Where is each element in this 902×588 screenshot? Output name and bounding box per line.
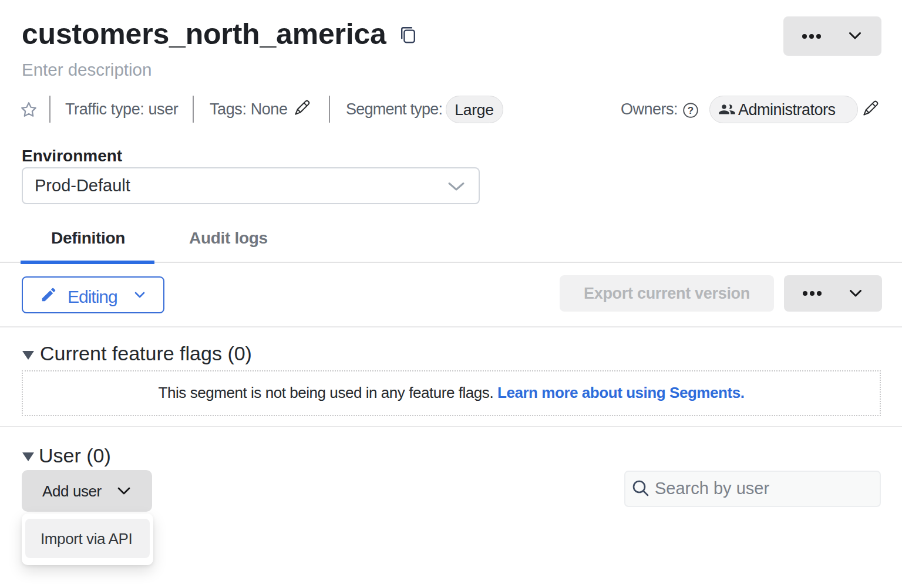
svg-text:?: ? <box>688 105 694 116</box>
